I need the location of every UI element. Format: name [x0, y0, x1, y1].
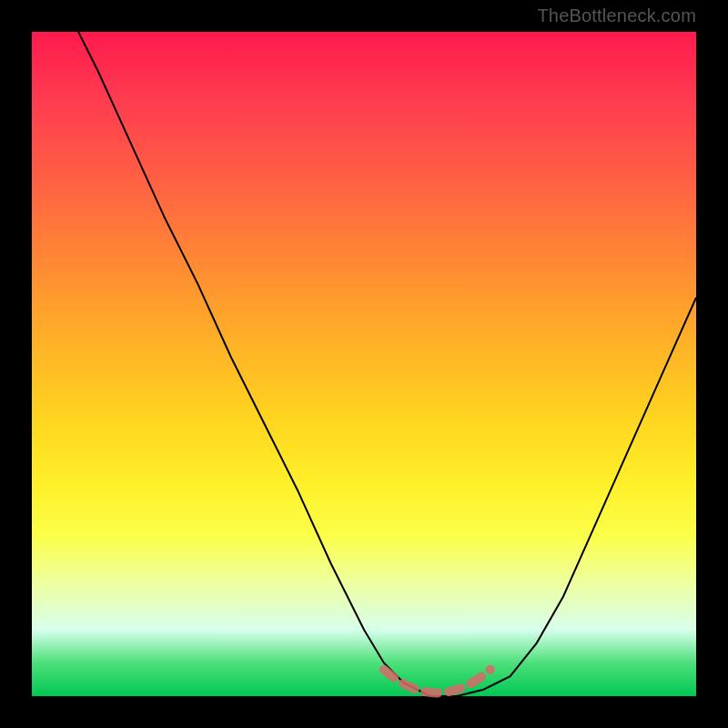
attribution-label: TheBottleneck.com — [537, 5, 696, 26]
bottleneck-curve — [78, 32, 696, 696]
optimal-zone-marker — [384, 670, 490, 693]
chart-canvas: TheBottleneck.com — [0, 0, 728, 728]
chart-overlay — [32, 32, 696, 696]
